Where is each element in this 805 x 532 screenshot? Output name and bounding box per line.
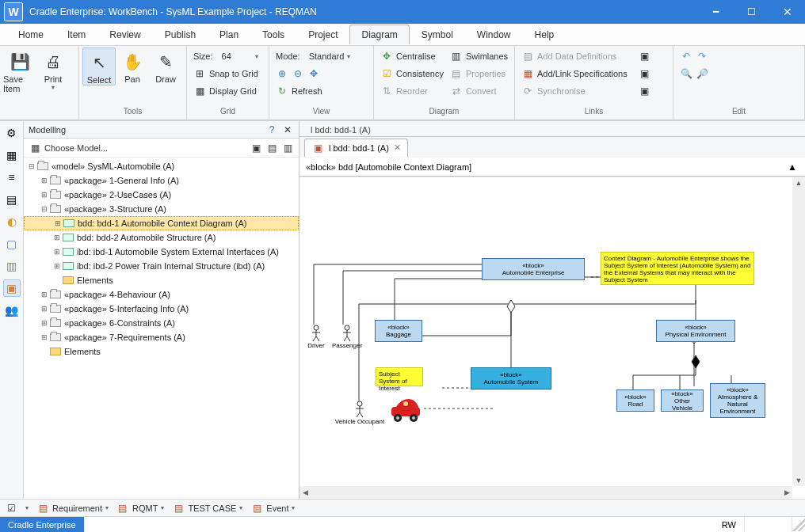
menu-tools[interactable]: Tools [250,25,296,44]
zoom-controls[interactable]: ⊕ ⊖ ✥ [273,65,353,82]
scroll-right-button[interactable]: ▶ [781,487,792,498]
menu-symbol[interactable]: Symbol [410,25,465,44]
draw-tool-button[interactable]: ✎Draw [149,48,182,84]
close-button[interactable]: ✕ [769,0,805,24]
view-icon-2[interactable]: ▤ [265,142,278,154]
resize-grip[interactable] [792,519,805,531]
minimize-button[interactable]: ━ [698,0,734,24]
tree-node[interactable]: ⊞ibd: ibd-1 Automobile System External I… [24,245,299,259]
tree-twisty[interactable]: ⊟ [27,162,36,170]
tree-node[interactable]: ⊞ibd: ibd-2 Power Train Internal Structu… [24,259,299,273]
tree-twisty[interactable]: ⊞ [52,262,62,270]
grid-size-control[interactable]: Size: 64▾ [190,48,261,65]
display-grid-button[interactable]: ▦Display Grid [190,82,261,100]
menu-item[interactable]: Item [55,25,97,44]
scroll-up-button[interactable]: ▲ [793,177,804,188]
tree-twisty[interactable]: ⊞ [40,319,49,327]
doc-tab[interactable]: ▣ l bdd: bdd-1 (A) ✕ [304,139,408,157]
tree-twisty[interactable]: ⊞ [40,305,49,313]
tree-node[interactable]: Elements [24,344,299,359]
tree-node[interactable]: ⊞«package» 7-Requirements (A) [24,330,299,344]
block-othervehicle[interactable]: «block»Other Vehicle [661,390,704,412]
tree-node[interactable]: Elements [24,273,299,287]
rail-db-icon[interactable]: ≡ [3,169,21,186]
help-icon[interactable]: ? [265,124,278,136]
tab-close-icon[interactable]: ✕ [394,142,401,153]
menu-help[interactable]: Help [523,25,567,44]
block-baggage[interactable]: «block»Baggage [375,320,422,342]
mode-control[interactable]: Mode: Standard▾ [273,48,353,65]
menu-publish[interactable]: Publish [153,25,208,44]
rail-notes-icon[interactable]: ▥ [3,257,21,275]
refresh-button[interactable]: ↻Refresh [273,82,353,100]
tree-node[interactable]: ⊞«package» 2-UseCases (A) [24,188,299,202]
scroll-down-button[interactable]: ▼ [793,475,804,486]
view-icon-1[interactable]: ▣ [250,142,262,154]
note-context[interactable]: Context Diagram - Automobile Enterprise … [601,252,754,285]
scroll-left-button[interactable]: ◀ [299,487,311,498]
doc-outer-tab[interactable]: l bdd: bdd-1 (A) [304,124,377,136]
model-tree[interactable]: ⊟«model» SysML-Automobile (A)⊞«package» … [24,158,299,499]
select-tool-button[interactable]: ↖Select [82,48,116,86]
zoom-in-icon[interactable]: ⊕ [276,67,288,80]
find-icon[interactable]: 🔍 [680,67,692,80]
tree-node[interactable]: ⊞«package» 4-Behaviour (A) [24,287,299,302]
pan-tool-button[interactable]: ✋Pan [116,48,149,84]
edit-row-1[interactable]: ↶↷ [677,48,712,65]
menu-window[interactable]: Window [465,25,523,44]
car-image[interactable] [387,397,425,424]
block-road[interactable]: «block»Road [616,390,654,412]
consistency-button[interactable]: ☑Consistency [377,65,447,82]
rail-calendar-icon[interactable]: ▤ [3,191,21,208]
menu-home[interactable]: Home [6,25,55,44]
rail-chart-icon[interactable]: ▢ [3,235,21,253]
zoom-out-icon[interactable]: ⊖ [292,67,304,80]
horizontal-scrollbar[interactable]: ◀ ▶ [299,486,792,499]
footer-tab-event[interactable]: ▤Event▾ [250,502,295,515]
footer-tab-rqmt[interactable]: ▤RQMT▾ [116,502,164,515]
actor-occupant[interactable]: Vehicle Occupant [334,401,385,425]
tree-twisty[interactable]: ⊞ [40,333,49,341]
tree-twisty[interactable]: ⊞ [40,291,49,298]
block-atmos[interactable]: «block»Atmosphere & Natural Environment [710,383,765,418]
replace-icon[interactable]: 🔎 [696,67,708,80]
fit-icon[interactable]: ✥ [307,67,320,80]
tree-node[interactable]: ⊞«package» 6-Constraints (A) [24,316,299,330]
menu-project[interactable]: Project [296,25,349,44]
menu-review[interactable]: Review [97,25,152,44]
actor-driver[interactable]: Driver [304,325,328,349]
tree-twisty[interactable]: ⊞ [40,177,49,184]
snap-to-grid-button[interactable]: ⊞Snap to Grid [190,65,261,82]
tree-node[interactable]: ⊞bdd: bdd-1 Automobile Context Diagram (… [24,216,299,230]
footer-icon[interactable]: ☑ [5,502,17,515]
block-enterprise[interactable]: «block»Automobile Enterprise [482,258,585,280]
tree-node[interactable]: ⊟«package» 3-Structure (A) [24,202,299,216]
tree-twisty[interactable]: ⊞ [52,234,62,241]
rail-gear-icon[interactable]: ⚙ [3,124,21,142]
redo-icon[interactable]: ↷ [696,50,708,63]
link-icon-3[interactable]: ▣ [639,85,651,97]
vertical-scrollbar[interactable]: ▲ ▼ [792,177,805,486]
block-physenv[interactable]: «block»Physical Environment [656,320,735,342]
centralise-button[interactable]: ✥Centralise [377,48,447,65]
menu-diagram[interactable]: Diagram [349,25,409,44]
swimlanes-button[interactable]: ▥Swimlanes [447,48,511,65]
actor-passenger[interactable]: Passenger [330,325,364,349]
undo-icon[interactable]: ↶ [680,50,692,63]
block-autosys[interactable]: «block»Automobile System [471,367,551,390]
tree-node[interactable]: ⊞«package» 1-General Info (A) [24,173,299,188]
menu-plan[interactable]: Plan [208,25,250,44]
tree-twisty[interactable]: ⊞ [53,219,63,227]
note-subject[interactable]: Subject System of Interest [376,367,423,386]
tree-node[interactable]: ⊞«package» 5-Interfacing Info (A) [24,302,299,316]
rail-model-icon[interactable]: ▣ [3,279,21,297]
view-icon-3[interactable]: ▥ [281,142,294,154]
link-icon-1[interactable]: ▣ [639,50,651,63]
tree-twisty[interactable]: ⊟ [40,205,49,213]
rail-lock-icon[interactable]: ◐ [3,213,21,230]
sidebar-close-icon[interactable]: ✕ [281,124,294,136]
maximize-button[interactable]: ☐ [734,0,769,24]
link-icon-2[interactable]: ▣ [639,67,651,80]
diagram-canvas[interactable]: «block»Automobile Enterprise «block»Bagg… [299,177,792,486]
save-item-button[interactable]: 💾Save Item [3,48,36,93]
